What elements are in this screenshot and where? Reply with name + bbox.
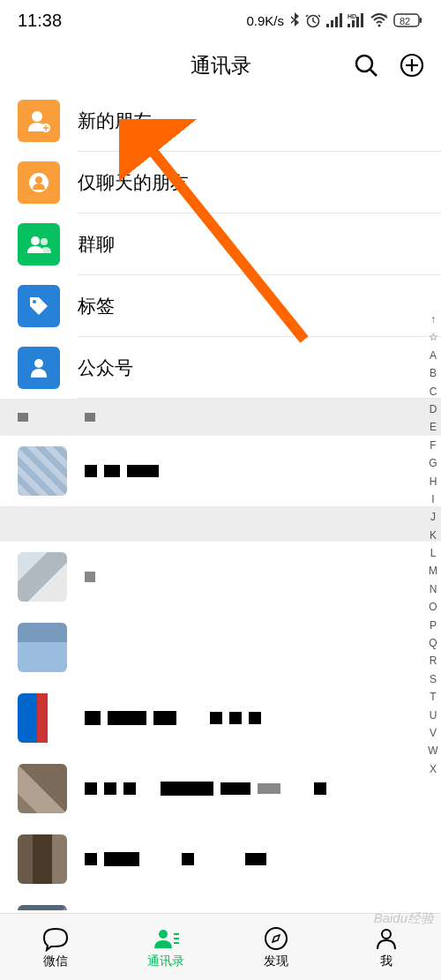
index-letter[interactable]: U [430,707,437,724]
section-header [0,399,441,436]
index-letter[interactable]: F [430,437,436,454]
index-letter[interactable]: P [430,617,437,634]
func-label: 新的朋友 [78,108,152,133]
index-letter[interactable]: L [430,544,437,562]
svg-point-10 [378,25,381,27]
index-letter[interactable]: D [430,400,437,418]
nav-label: 发现 [264,954,288,969]
index-letter[interactable]: X [430,760,437,778]
signal-hd-icon: HD [348,13,365,27]
status-bar: 11:38 0.9K/s HD + 82 [0,0,441,41]
svg-rect-4 [340,13,342,27]
index-bar[interactable]: ↑ ☆ A B C D E F G H I J K L M N O P Q R … [425,310,441,778]
official-icon [26,355,52,381]
battery-icon: 82 [393,12,423,28]
content-area: 新的朋友 仅聊天的朋友 群聊 标签 公众号 [0,90,441,910]
index-letter[interactable]: ☆ [429,328,438,346]
svg-point-35 [265,928,287,949]
func-item-official[interactable]: 公众号 [0,337,441,399]
nav-label: 我 [380,954,392,969]
svg-line-16 [370,70,377,76]
svg-point-27 [41,238,48,245]
index-letter[interactable]: J [430,508,436,526]
index-letter[interactable]: E [430,418,437,436]
nav-item-wechat[interactable]: 微信 [0,914,110,980]
wifi-icon: + [370,13,388,27]
index-letter[interactable]: ↑ [430,310,436,328]
svg-rect-8 [356,17,359,27]
svg-point-28 [33,300,36,303]
contact-avatar [18,834,67,884]
index-letter[interactable]: H [430,473,437,490]
watermark: Baidu经验 [374,910,434,927]
index-letter[interactable]: R [430,652,437,670]
status-icons: 0.9K/s HD + 82 [246,12,423,28]
contact-name [85,572,95,582]
index-letter[interactable]: N [430,580,437,598]
search-icon[interactable] [353,52,379,79]
svg-point-31 [159,930,168,939]
func-item-new-friends[interactable]: 新的朋友 [0,90,441,152]
svg-point-25 [35,176,42,183]
bluetooth-icon [289,12,300,28]
contact-name [85,465,159,477]
svg-point-29 [34,359,43,368]
contact-item[interactable] [0,824,441,894]
contact-avatar [18,623,67,672]
svg-rect-3 [335,17,338,27]
svg-rect-7 [352,20,355,27]
add-icon[interactable] [399,52,425,79]
contact-item[interactable] [0,612,441,683]
func-item-chat-only[interactable]: 仅聊天的朋友 [0,152,441,213]
contact-avatar [18,552,67,602]
svg-rect-1 [326,24,329,27]
status-time: 11:38 [18,11,62,31]
svg-text:+: + [384,13,387,19]
svg-point-26 [31,236,40,245]
contacts-icon [152,925,180,952]
contact-avatar [18,764,67,813]
svg-text:82: 82 [400,16,410,26]
contact-avatar [18,693,67,743]
nav-label: 微信 [43,954,68,969]
func-label: 标签 [78,294,115,318]
group-icon [25,230,53,258]
index-letter[interactable]: C [430,383,437,400]
index-letter[interactable]: V [430,724,437,742]
index-letter[interactable]: G [429,454,437,472]
alarm-icon [305,12,321,28]
contact-item[interactable] [0,753,441,824]
func-item-group-chat[interactable]: 群聊 [0,213,441,275]
func-label: 群聊 [78,232,115,257]
nav-item-discover[interactable]: 发现 [220,914,331,980]
chat-icon [41,925,71,952]
nav-label: 通讯录 [147,954,184,969]
section-divider [0,506,441,542]
contact-avatar [18,905,67,910]
contact-item[interactable] [0,683,441,753]
person-add-icon [25,107,53,135]
contact-item[interactable] [0,894,441,910]
index-letter[interactable]: M [429,562,437,580]
index-letter[interactable]: O [429,598,437,616]
index-letter[interactable]: B [430,364,437,382]
index-letter[interactable]: T [430,688,436,706]
contact-item[interactable] [0,436,441,506]
contact-item[interactable] [0,542,441,612]
index-letter[interactable]: I [431,490,434,508]
discover-icon [263,925,289,952]
svg-point-15 [356,56,372,71]
index-letter[interactable]: A [430,347,437,364]
svg-point-36 [382,930,391,939]
contact-name [85,782,326,796]
contact-name [85,852,266,866]
index-letter[interactable]: W [428,742,437,759]
chat-person-icon [25,168,53,197]
svg-rect-2 [331,20,333,27]
func-item-tags[interactable]: 标签 [0,275,441,337]
index-letter[interactable]: K [430,527,437,544]
svg-rect-6 [348,24,350,27]
index-letter[interactable]: S [430,670,437,688]
nav-item-contacts[interactable]: 通讯录 [110,914,220,980]
index-letter[interactable]: Q [429,634,437,652]
